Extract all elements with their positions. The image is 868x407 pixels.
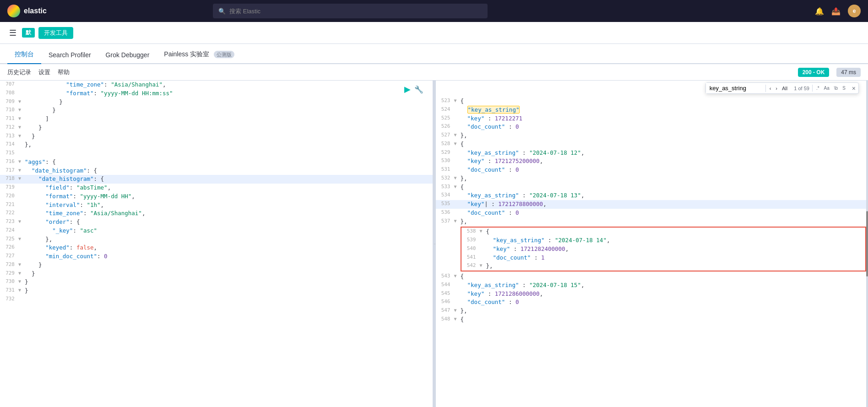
top-right-icons: 🔔 📤 e bbox=[815, 5, 861, 17]
tab-grok-debugger[interactable]: Grok Debugger bbox=[98, 47, 157, 64]
editor-line-718: 718 ▼ "date_histogram": { bbox=[0, 175, 433, 184]
result-line-526: 526 "doc_count" : 0 bbox=[436, 123, 868, 131]
result-line-544: 544 "key_as_string" : "2024-07-18 15", bbox=[436, 281, 868, 290]
results-panel: ‹ › All 1 of 59 .* Aa \b S × 523 ▼ { bbox=[436, 81, 868, 407]
top-bar: elastic 🔍 🔔 📤 e bbox=[0, 0, 868, 22]
global-search-input[interactable] bbox=[229, 8, 482, 15]
editor-line-723: 723 ▼ "order": { bbox=[0, 218, 433, 227]
tab-nav: 控制台 Search Profiler Grok Debugger Painle… bbox=[0, 44, 868, 64]
result-line-539: 539 "key_as_string" : "2024-07-18 14", bbox=[461, 236, 866, 245]
result-line-528: 528 ▼ { bbox=[436, 140, 868, 149]
results-code-area[interactable]: 523 ▼ { 524 "key_as_string" 525 "key" : … bbox=[436, 81, 868, 407]
editor-actions: ▶ 🔧 bbox=[404, 84, 423, 94]
editor-line-726: 726 "keyed": false, bbox=[0, 244, 433, 252]
secondary-nav: ☰ 默 开发工具 bbox=[0, 22, 868, 44]
result-line-530: 530 "key" : 1721275200000, bbox=[436, 157, 868, 166]
result-line-532: 532 ▼ }, bbox=[436, 174, 868, 183]
result-line-545: 545 "key" : 1721286000000, bbox=[436, 290, 868, 298]
search-next-button[interactable]: › bbox=[774, 85, 779, 92]
result-line-548: 548 ▼ { bbox=[436, 315, 868, 324]
editor-line-708: 708 "format": "yyyy-MM-dd HH:mm:ss" bbox=[0, 89, 433, 98]
search-icon: 🔍 bbox=[218, 8, 226, 15]
search-s-button[interactable]: S bbox=[841, 85, 847, 92]
history-button[interactable]: 历史记录 bbox=[7, 68, 31, 76]
editor-line-725: 725 ▼ }, bbox=[0, 235, 433, 244]
time-badge: 47 ms bbox=[836, 68, 861, 77]
result-line-529: 529 "key_as_string" : "2024-07-18 12", bbox=[436, 149, 868, 157]
settings-button[interactable]: 设置 bbox=[38, 68, 50, 76]
editor-panel: 707 "time_zone": "Asia/Shanghai", 708 "f… bbox=[0, 81, 433, 407]
results-search-input[interactable] bbox=[706, 83, 765, 93]
editor-line-724: 724 "_key": "asc" bbox=[0, 227, 433, 235]
results-search-box: ‹ › All 1 of 59 .* Aa \b S × bbox=[705, 82, 859, 94]
editor-line-712: 712 ▼ } bbox=[0, 124, 433, 132]
editor-line-729: 729 ▼ } bbox=[0, 270, 433, 278]
editor-line-720: 720 "format": "yyyy-MM-dd HH", bbox=[0, 192, 433, 201]
editor-line-707: 707 "time_zone": "Asia/Shanghai", bbox=[0, 81, 433, 89]
default-badge: 默 bbox=[22, 28, 35, 38]
elastic-logo[interactable]: elastic bbox=[7, 5, 47, 17]
user-avatar[interactable]: e bbox=[848, 5, 861, 17]
run-button[interactable]: ▶ bbox=[404, 84, 411, 94]
editor-line-711: 711 ▼ ] bbox=[0, 115, 433, 124]
result-line-525: 525 "key" : 17212271 bbox=[436, 114, 868, 123]
elastic-logo-icon bbox=[7, 5, 20, 17]
editor-line-732: 732 bbox=[0, 295, 433, 304]
result-line-536: 536 "doc_count" : 0 bbox=[436, 209, 868, 217]
editor-line-709: 709 ▼ } bbox=[0, 98, 433, 107]
search-match-count: 1 of 59 bbox=[791, 86, 812, 91]
editor-line-721: 721 "interval": "1h", bbox=[0, 201, 433, 210]
result-line-537: 537 ▼ }, bbox=[436, 217, 868, 226]
devtools-label[interactable]: 开发工具 bbox=[38, 27, 73, 39]
scroll-indicator[interactable] bbox=[866, 81, 868, 407]
elastic-logo-text: elastic bbox=[24, 7, 47, 15]
painless-beta-badge: 公测版 bbox=[214, 51, 234, 58]
editor-line-717: 717 ▼ "date_histogram": { bbox=[0, 167, 433, 175]
status-badge: 200 - OK bbox=[798, 68, 830, 77]
editor-line-730: 730 ▼ } bbox=[0, 278, 433, 287]
result-line-524: 524 "key_as_string" bbox=[436, 106, 868, 114]
editor-line-727: 727 "min_doc_count": 0 bbox=[0, 252, 433, 261]
result-line-533: 533 ▼ { bbox=[436, 183, 868, 192]
hamburger-menu-button[interactable]: ☰ bbox=[7, 26, 18, 40]
result-line-527: 527 ▼ }, bbox=[436, 131, 868, 140]
result-line-534: 534 "key_as_string" : "2024-07-18 13", bbox=[436, 191, 868, 200]
tab-search-profiler[interactable]: Search Profiler bbox=[41, 47, 98, 64]
highlighted-box: 538 ▼ { 539 "key_as_string" : "2024-07-1… bbox=[461, 227, 867, 271]
editor-line-728: 728 ▼ } bbox=[0, 261, 433, 270]
result-line-535: 535 "key"| : 1721278800000, bbox=[436, 200, 868, 209]
editor-code-area[interactable]: 707 "time_zone": "Asia/Shanghai", 708 "f… bbox=[0, 81, 433, 407]
result-line-531: 531 "doc_count" : 0 bbox=[436, 166, 868, 174]
editor-line-719: 719 "field": "absTime", bbox=[0, 184, 433, 192]
main-area: 707 "time_zone": "Asia/Shanghai", 708 "f… bbox=[0, 81, 868, 407]
editor-line-722: 722 "time_zone": "Asia/Shanghai", bbox=[0, 209, 433, 218]
tab-painless-lab[interactable]: Painless 实验室 公测版 bbox=[157, 46, 242, 64]
search-word-button[interactable]: \b bbox=[832, 85, 840, 92]
tab-console[interactable]: 控制台 bbox=[7, 46, 41, 64]
editor-line-715: 715 bbox=[0, 149, 433, 158]
scroll-thumb bbox=[866, 211, 868, 277]
share-icon[interactable]: 📤 bbox=[831, 7, 841, 16]
toolbar: 历史记录 设置 帮助 200 - OK 47 ms bbox=[0, 64, 868, 81]
global-search-bar[interactable]: 🔍 bbox=[213, 4, 488, 18]
results-search-close-button[interactable]: × bbox=[849, 84, 858, 93]
search-case-button[interactable]: Aa bbox=[822, 85, 831, 92]
result-line-542: 542 ▼ }, bbox=[461, 262, 866, 271]
editor-line-714: 714 }, bbox=[0, 141, 433, 149]
editor-line-713: 713 ▼ } bbox=[0, 132, 433, 141]
result-line-538: 538 ▼ { bbox=[461, 228, 866, 236]
result-line-540: 540 "key" : 1721282400000, bbox=[461, 245, 866, 254]
result-line-541: 541 "doc_count" : 1 bbox=[461, 254, 866, 262]
notifications-icon[interactable]: 🔔 bbox=[815, 7, 824, 16]
editor-line-731: 731 ▼ } bbox=[0, 287, 433, 295]
search-regex-button[interactable]: .* bbox=[814, 85, 821, 92]
result-line-546: 546 "doc_count" : 0 bbox=[436, 298, 868, 307]
search-all-button[interactable]: All bbox=[780, 85, 789, 92]
help-button[interactable]: 帮助 bbox=[58, 68, 70, 76]
editor-line-716: 716 ▼ "aggs": { bbox=[0, 158, 433, 167]
result-line-523: 523 ▼ { bbox=[436, 97, 868, 106]
search-prev-button[interactable]: ‹ bbox=[768, 85, 773, 92]
wrench-button[interactable]: 🔧 bbox=[414, 84, 423, 94]
result-line-547: 547 ▼ }, bbox=[436, 307, 868, 315]
result-line-543: 543 ▼ { bbox=[436, 272, 868, 281]
